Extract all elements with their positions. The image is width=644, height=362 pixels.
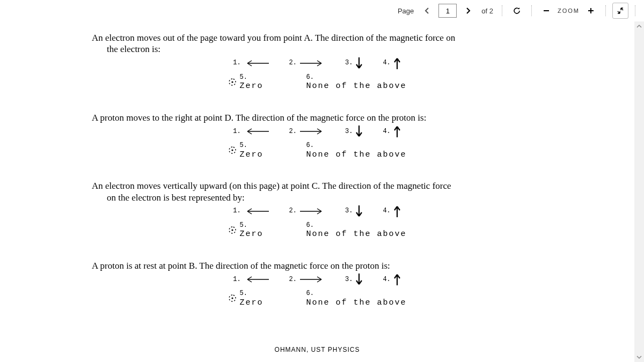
question-line1: An electron moves vertically upward (on … [92,181,451,191]
option-2: 2. [289,273,326,286]
out-of-page-icon [228,145,237,155]
arrow-up-icon [393,204,401,218]
prev-page-button[interactable] [419,3,435,19]
arrow-left-icon [243,273,270,286]
arrow-up-icon [393,56,401,70]
separator [635,5,635,16]
arrow-down-icon [355,204,363,218]
question-line1: An electron moves out of the page toward… [92,33,455,43]
separator [502,5,502,16]
out-of-page-icon [228,77,237,87]
arrow-left-icon [243,205,270,218]
option-1: 1. [233,273,269,286]
arrow-down-icon [355,124,363,138]
arrow-right-icon [299,57,326,70]
option-6: 6.None of the above [306,220,406,240]
scroll-up-button[interactable] [634,21,644,31]
caret-down-icon [636,355,642,359]
question-text: A proton is at rest at point B. The dire… [92,260,543,271]
option-5: 5.Zero [228,220,263,240]
options-row-2: 5.Zero 6.None of the above [92,220,543,240]
document-viewport: An electron moves out of the page toward… [0,21,634,362]
question-block: A proton moves to the right at point D. … [92,112,543,160]
arrow-up-icon [393,124,401,138]
option-1: 1. [233,125,269,138]
footer-author: OHMANN, [275,346,311,353]
option-2: 2. [289,205,326,218]
options-row-1: 1. 2. 3. 4. [92,204,543,218]
option-1: 1. [233,205,269,218]
arrow-up-icon [393,272,401,286]
question-block: A proton is at rest at point B. The dire… [92,260,543,308]
page-total-label: of 2 [481,7,493,15]
options-row-1: 1. 2. 3. 4. [92,272,543,286]
options-row-2: 5.Zero 6.None of the above [92,141,543,160]
question-line2: on the electron is best represented by: [92,192,245,203]
option-6: 6.None of the above [306,289,406,308]
caret-up-icon [636,24,642,28]
option-6: 6.None of the above [306,141,406,160]
arrow-right-icon [299,273,326,286]
option-4: 4. [383,204,401,218]
question-text: An electron moves vertically upward (on … [92,180,543,203]
arrow-down-icon [355,56,363,70]
refresh-icon [513,6,521,15]
scroll-down-button[interactable] [634,352,644,362]
zoom-in-button[interactable] [583,3,599,19]
option-4: 4. [383,124,401,138]
next-page-button[interactable] [460,3,476,19]
question-line2: the electron is: [92,43,160,55]
arrow-down-icon [355,272,363,286]
document-page: An electron moves out of the page toward… [60,21,575,359]
question-text: An electron moves out of the page toward… [92,32,543,55]
page-footer: OHMANN, UST PHYSICS [92,346,543,353]
out-of-page-icon [228,293,237,303]
vertical-scrollbar[interactable] [634,21,644,362]
options-row-2: 5.Zero 6.None of the above [92,72,543,92]
arrow-right-icon [299,125,326,138]
option-2: 2. [289,57,326,70]
options-row-1: 1. 2. 3. 4. [92,124,543,138]
page-number-input[interactable] [438,4,457,18]
option-1: 1. [233,57,269,70]
question-block: An electron moves vertically upward (on … [92,180,543,240]
arrow-right-icon [299,205,326,218]
option-3: 3. [345,56,363,70]
options-row-2: 5.Zero 6.None of the above [92,289,543,308]
option-5: 5.Zero [228,72,263,92]
option-4: 4. [383,272,401,286]
page-label: Page [398,7,414,15]
collapse-icon [617,7,624,14]
plus-icon [587,7,595,14]
option-6: 6.None of the above [306,72,406,92]
question-block: An electron moves out of the page toward… [92,32,543,92]
option-4: 4. [383,56,401,70]
zoom-label: ZOOM [558,8,580,14]
out-of-page-icon [228,225,237,235]
separator [605,5,606,16]
minus-icon [543,7,550,14]
chevron-left-icon [424,8,430,14]
svg-point-17 [232,229,233,231]
svg-point-22 [232,298,233,299]
pdf-toolbar: Page of 2 ZOOM [390,0,644,21]
collapse-button[interactable] [612,3,628,19]
option-5: 5.Zero [228,289,263,308]
option-5: 5.Zero [228,141,263,160]
option-3: 3. [345,272,363,286]
zoom-out-button[interactable] [538,3,554,19]
question-text: A proton moves to the right at point D. … [92,112,543,123]
footer-dept: UST PHYSICS [311,346,360,353]
option-2: 2. [289,125,326,138]
separator [531,5,532,16]
svg-point-12 [232,150,233,151]
chevron-right-icon [465,8,471,14]
option-3: 3. [345,204,363,218]
arrow-left-icon [243,125,270,138]
arrow-left-icon [243,57,270,70]
options-row-1: 1. 2. 3. 4. [92,56,543,70]
option-3: 3. [345,124,363,138]
refresh-button[interactable] [509,3,525,19]
svg-point-7 [232,81,233,83]
